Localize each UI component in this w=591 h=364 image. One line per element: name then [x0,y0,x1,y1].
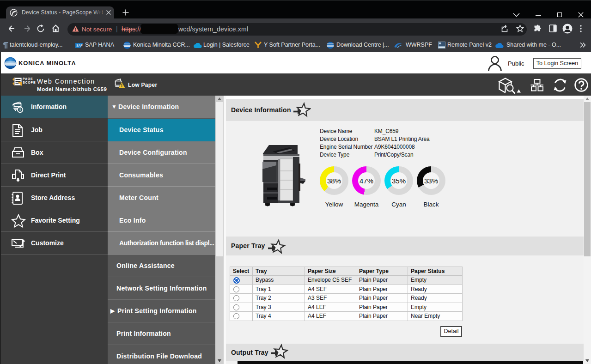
svg-text:SAP: SAP [76,44,83,47]
